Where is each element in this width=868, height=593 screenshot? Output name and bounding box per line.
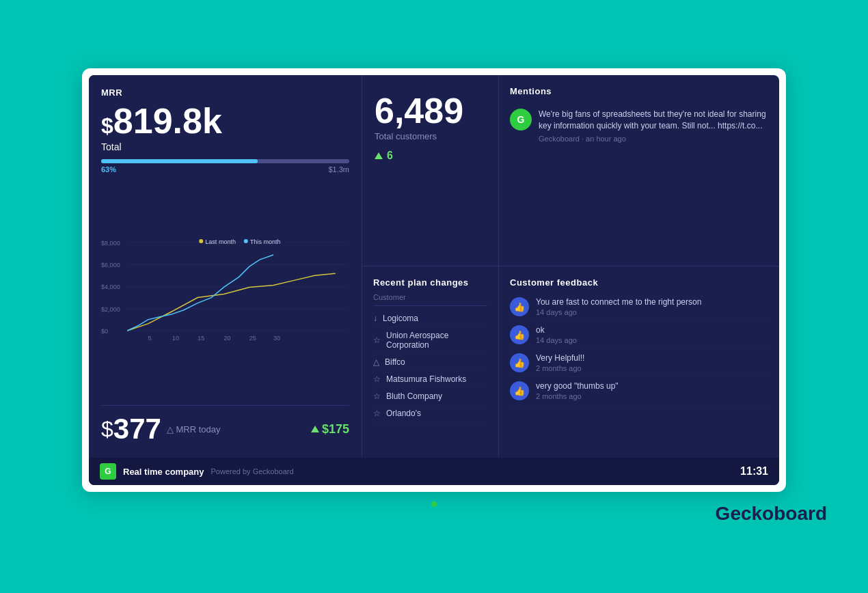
feedback-content-1: ok 14 days ago	[536, 325, 577, 344]
right-bottom: Recent plan changes Customer ↓ Logicoma …	[362, 266, 779, 458]
mentions-panel: Mentions G We're big fans of spreadsheet…	[499, 75, 779, 266]
svg-text:$6,000: $6,000	[101, 262, 120, 268]
customers-change-value: 6	[387, 150, 393, 162]
mrr-currency: $	[101, 113, 113, 138]
progress-bg	[101, 159, 349, 163]
plan-changes-title: Recent plan changes	[373, 277, 487, 288]
progress-percent: 63%	[101, 165, 116, 174]
dashboard: MRR $819.8k Total 63% $1.3m	[89, 75, 779, 485]
mrr-label: Total	[101, 141, 349, 152]
customers-number: 6,489	[375, 93, 486, 128]
svg-text:$8,000: $8,000	[101, 240, 120, 247]
feedback-meta-0: 14 days ago	[536, 308, 701, 316]
mention-item: G We're big fans of spreadsheets but the…	[510, 109, 768, 143]
delta-change: $175	[311, 422, 349, 437]
feedback-text-2: Very Helpful!!	[536, 353, 584, 363]
plan-icon-0: ↓	[373, 314, 377, 323]
feedback-meta-2: 2 months ago	[536, 364, 584, 372]
mention-content: We're big fans of spreadsheets but they'…	[539, 109, 768, 143]
svg-text:15: 15	[198, 335, 204, 342]
plan-name-1: Union Aerospace Corporation	[386, 331, 487, 350]
feedback-text-1: ok	[536, 325, 577, 335]
arrow-up-icon	[311, 426, 319, 432]
customers-arrow-icon	[375, 152, 383, 159]
feedback-item: 👍 very good "thumbs up" 2 months ago	[510, 377, 768, 405]
plan-name-5: Orlando's	[386, 409, 421, 418]
mrr-total-value: $819.8k	[101, 103, 349, 139]
plan-item: △ Biffco	[373, 354, 487, 371]
mention-meta: Geckoboard · an hour ago	[539, 135, 768, 143]
customers-panel: 6,489 Total customers 6	[362, 75, 499, 266]
indicator-dot	[431, 501, 437, 507]
plan-item: ☆ Orlando's	[373, 405, 487, 422]
plan-icon-2: △	[373, 357, 379, 367]
dashboard-frame: MRR $819.8k Total 63% $1.3m	[82, 68, 786, 492]
svg-point-16	[199, 239, 203, 243]
svg-point-18	[244, 239, 248, 243]
plan-name-3: Matsumura Fishworks	[386, 374, 466, 384]
svg-text:Last month: Last month	[205, 238, 236, 245]
footer-powered: Powered by Geckoboard	[211, 467, 294, 475]
mention-text: We're big fans of spreadsheets but they'…	[539, 109, 768, 132]
plan-icon-5: ☆	[373, 409, 381, 418]
delta-label: △ MRR today	[167, 424, 311, 435]
plan-item: ☆ Matsumura Fishworks	[373, 371, 487, 388]
right-top: 6,489 Total customers 6 Mentions G	[362, 75, 779, 266]
feedback-icon-2: 👍	[510, 353, 529, 372]
main-content: MRR $819.8k Total 63% $1.3m	[89, 75, 779, 458]
svg-text:30: 30	[273, 335, 280, 342]
right-section: 6,489 Total customers 6 Mentions G	[362, 75, 779, 458]
feedback-item: 👍 Very Helpful!! 2 months ago	[510, 349, 768, 377]
svg-text:This month: This month	[250, 238, 281, 245]
mentions-title: Mentions	[510, 86, 768, 96]
footer-time: 11:31	[740, 465, 768, 478]
footer-left: G Real time company Powered by Geckoboar…	[100, 463, 294, 480]
feedback-content-0: You are fast to connect me to the right …	[536, 297, 701, 316]
footer-logo: G	[100, 463, 116, 480]
chart-svg: $8,000 $6,000 $4,000 $2,000 $0 5 10	[101, 180, 349, 401]
mrr-panel: MRR $819.8k Total 63% $1.3m	[89, 75, 362, 458]
progress-labels: 63% $1.3m	[101, 165, 349, 174]
delta-change-value: $175	[322, 422, 349, 437]
svg-text:$0: $0	[101, 328, 108, 335]
svg-text:20: 20	[223, 335, 230, 342]
progress-target: $1.3m	[328, 165, 349, 174]
plan-name-4: Bluth Company	[386, 391, 442, 401]
plan-icon-4: ☆	[373, 391, 381, 401]
feedback-meta-1: 14 days ago	[536, 336, 577, 344]
plan-item: ↓ Logicoma	[373, 310, 487, 327]
feedback-content-2: Very Helpful!! 2 months ago	[536, 353, 584, 372]
dashboard-footer: G Real time company Powered by Geckoboar…	[89, 458, 779, 485]
plan-name-0: Logicoma	[383, 314, 418, 323]
svg-text:10: 10	[172, 335, 179, 342]
progress-fill	[101, 159, 258, 163]
svg-text:25: 25	[249, 335, 256, 342]
mrr-footer: $ 377 △ MRR today $175	[101, 405, 349, 445]
plan-icon-1: ☆	[373, 335, 381, 345]
feedback-item: 👍 You are fast to connect me to the righ…	[510, 293, 768, 321]
plan-item: ☆ Union Aerospace Corporation	[373, 327, 487, 354]
geckoboard-brand: Geckoboard	[716, 503, 827, 525]
plan-name-2: Biffco	[385, 357, 405, 367]
feedback-text-0: You are fast to connect me to the right …	[536, 297, 701, 307]
feedback-icon-1: 👍	[510, 325, 529, 344]
mention-avatar: G	[510, 109, 532, 130]
plan-changes-panel: Recent plan changes Customer ↓ Logicoma …	[362, 266, 499, 458]
plan-icon-3: ☆	[373, 374, 381, 384]
mrr-chart: $8,000 $6,000 $4,000 $2,000 $0 5 10	[101, 180, 349, 401]
feedback-meta-3: 2 months ago	[536, 392, 619, 400]
customers-change: 6	[375, 150, 486, 162]
feedback-content-3: very good "thumbs up" 2 months ago	[536, 381, 619, 400]
svg-text:$2,000: $2,000	[101, 306, 120, 313]
feedback-panel: Customer feedback 👍 You are fast to conn…	[499, 266, 779, 458]
mrr-progress: 63% $1.3m	[101, 159, 349, 174]
feedback-title: Customer feedback	[510, 277, 768, 288]
feedback-icon-0: 👍	[510, 297, 529, 316]
footer-company: Real time company	[123, 467, 204, 477]
plan-column-header: Customer	[373, 293, 487, 306]
delta-value: 377	[113, 413, 161, 445]
mrr-title: MRR	[101, 87, 349, 98]
svg-text:5: 5	[148, 335, 152, 342]
feedback-item: 👍 ok 14 days ago	[510, 321, 768, 349]
svg-text:$4,000: $4,000	[101, 284, 120, 290]
